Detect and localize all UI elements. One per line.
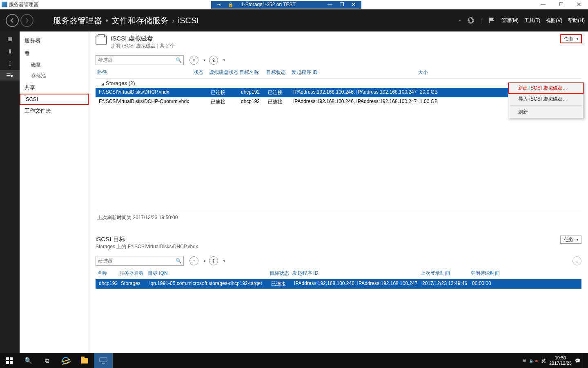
cell-last: 2017/12/23 13:49:46 — [422, 280, 472, 287]
col-tstatus[interactable]: 目标状态 — [266, 69, 292, 76]
cell-size: 1.00 GB — [420, 99, 444, 105]
col-status[interactable]: 状态 — [194, 69, 209, 76]
table-row[interactable]: dhcp192 Storages iqn.1991-05.com.microso… — [96, 279, 581, 289]
tcol-tstat[interactable]: 目标状态 — [270, 270, 292, 277]
rail-disks-icon[interactable]: ▯ — [0, 58, 20, 68]
cell-path: F:\iSCSIVirtualDisks\DHCP.vhdx — [97, 89, 195, 96]
refresh-icon[interactable] — [466, 16, 476, 25]
vm-label: 1-Storage1-252 on TEST — [241, 2, 296, 7]
filter-options-button[interactable]: ≡ — [189, 56, 198, 65]
show-desktop-button[interactable] — [584, 353, 586, 368]
sidebar-item-volumes[interactable]: 卷 — [20, 47, 89, 59]
taskbar-clock[interactable]: 19:50 2017/12/23 — [549, 355, 572, 366]
cell-vstatus: 已连接 — [211, 89, 241, 96]
search-button[interactable]: 🔍 — [19, 353, 38, 368]
tcol-srv[interactable]: 服务器名称 — [119, 270, 148, 277]
task-view-button[interactable]: ⧉ — [38, 353, 56, 368]
col-vstatus[interactable]: 虚拟磁盘状态 — [209, 69, 239, 76]
tray-ime[interactable]: 英 — [541, 358, 546, 364]
svg-rect-1 — [100, 358, 107, 362]
disks-filter-input[interactable]: 🔍 — [96, 55, 184, 65]
disks-tasks-button[interactable]: 任务 — [560, 35, 581, 43]
vm-min-icon[interactable]: — — [327, 2, 332, 7]
window-maximize-button[interactable]: ☐ — [552, 0, 570, 9]
search-icon[interactable]: 🔍 — [176, 57, 182, 63]
cell-name: dhcp192 — [97, 280, 121, 287]
sidebar-item-pools[interactable]: 存储池 — [20, 70, 89, 81]
dropdown-chevron-icon[interactable]: ▾ — [459, 18, 461, 22]
col-size[interactable]: 大小 — [418, 69, 443, 76]
menu-view[interactable]: 视图(V) — [546, 17, 562, 24]
collapse-arrow-icon[interactable]: ◢ — [101, 82, 104, 86]
targets-subtitle: Storages 上的 F:\iSCSIVirtualDisks\DHCP.vh… — [96, 243, 198, 250]
breadcrumb-section[interactable]: 文件和存储服务 — [111, 15, 169, 26]
menu-tools[interactable]: 工具(T) — [524, 17, 540, 24]
menu-manage[interactable]: 管理(M) — [501, 17, 519, 24]
tcol-iqn[interactable]: 目标 IQN — [148, 270, 270, 277]
tray-volume-icon[interactable]: 🔈✖ — [529, 358, 538, 364]
sidebar-item-servers[interactable]: 服务器 — [20, 35, 89, 47]
nav-back-button[interactable] — [6, 14, 19, 27]
view-options-button[interactable]: ⦿ — [209, 256, 218, 265]
sidebar-item-disks[interactable]: 磁盘 — [20, 59, 89, 70]
clock-date: 2017/12/23 — [549, 361, 572, 366]
pin-icon[interactable]: ⇥ — [217, 2, 220, 7]
rail-storage-icon[interactable]: ☰▸ — [0, 70, 20, 81]
filter-options-button[interactable]: ≡ — [189, 256, 198, 265]
app-icon — [2, 2, 7, 7]
menu-refresh[interactable]: 刷新 — [508, 107, 584, 118]
window-close-button[interactable]: ✕ — [570, 0, 588, 9]
tray-network-icon[interactable]: 🖥 — [521, 358, 526, 363]
col-iid[interactable]: 发起程序 ID — [292, 69, 418, 76]
col-path[interactable]: 路径 — [96, 69, 194, 76]
group-label: Storages (2) — [106, 80, 135, 86]
breadcrumb-root[interactable]: 服务器管理器 — [53, 15, 102, 26]
lock-icon[interactable]: 🔒 — [228, 2, 234, 7]
disks-subtitle: 所有 iSCSI 虚拟磁盘 | 共 2 个 — [111, 43, 556, 49]
targets-tasks-button[interactable]: 任务 — [560, 236, 581, 244]
cell-iid: IPAddress:192.168.100.246, IPAddress:192… — [293, 99, 420, 105]
targets-filter-input[interactable]: 🔍 — [96, 256, 184, 266]
tcol-iid[interactable]: 发起程序 ID — [292, 270, 421, 277]
breadcrumb-leaf[interactable]: iSCSI — [178, 16, 199, 25]
search-icon[interactable]: 🔍 — [176, 258, 182, 264]
icon-rail: ▦ ▮ ▯ ☰▸ — [0, 31, 20, 353]
tcol-name[interactable]: 名称 — [96, 270, 119, 277]
col-tname[interactable]: 目标名称 — [239, 69, 266, 76]
vm-connection-bar[interactable]: ⇥ 🔒 1-Storage1-252 on TEST — ❐ ✕ — [211, 1, 361, 9]
collapse-targets-button[interactable]: ⌵ — [572, 256, 581, 265]
server-manager-taskbar-button[interactable] — [94, 353, 113, 368]
taskbar: 🔍 ⧉ 🖥 🔈✖ 英 19:50 2017/12/23 💬 — [0, 353, 588, 368]
menu-import-disk[interactable]: 导入 iSCSI 虚拟磁盘... — [508, 94, 584, 105]
targets-panel: iSCSI 目标 Storages 上的 F:\iSCSIVirtualDisk… — [89, 232, 588, 289]
window-minimize-button[interactable]: — — [534, 0, 552, 9]
start-button[interactable] — [0, 353, 19, 368]
flag-icon[interactable] — [487, 16, 497, 25]
sidebar-item-workfolders[interactable]: 工作文件夹 — [20, 105, 89, 117]
tcol-last[interactable]: 上次登录时间 — [421, 270, 470, 277]
clock-time: 19:50 — [549, 355, 572, 361]
nav-forward-button[interactable] — [20, 14, 33, 27]
vm-close-icon[interactable]: ✕ — [352, 2, 356, 7]
cell-path: F:\iSCSIVirtualDisks\DCHP-Quorum.vhdx — [97, 99, 195, 105]
disks-table-header: 路径 状态 虚拟磁盘状态 目标名称 目标状态 发起程序 ID 大小 — [96, 67, 581, 79]
ie-button[interactable] — [56, 353, 75, 368]
outer-titlebar: 服务器管理器 ⇥ 🔒 1-Storage1-252 on TEST — ❐ ✕ … — [0, 0, 588, 9]
sidebar-item-iscsi[interactable]: iSCSI — [20, 94, 89, 105]
cell-tname: dhcp192 — [241, 89, 268, 96]
cell-idle: 00:00:00 — [472, 280, 509, 287]
tcol-idle[interactable]: 空闲持续时间 — [470, 270, 507, 277]
disks-filter-field[interactable] — [98, 57, 176, 63]
rail-volumes-icon[interactable]: ▮ — [0, 45, 20, 56]
view-options-button[interactable]: ⦿ — [209, 56, 218, 65]
rail-servers-icon[interactable]: ▦ — [0, 33, 20, 44]
header: 服务器管理器 • 文件和存储服务 › iSCSI ▾ | 管理(M) 工具(T)… — [0, 9, 588, 31]
explorer-button[interactable] — [75, 353, 94, 368]
menu-new-disk[interactable]: 新建 iSCSI 虚拟磁盘... — [508, 83, 584, 94]
vm-max-icon[interactable]: ❐ — [340, 2, 344, 7]
cell-status — [195, 89, 211, 96]
tray-notifications-icon[interactable]: 💬 — [575, 358, 581, 364]
sidebar-item-shares[interactable]: 共享 — [20, 81, 89, 94]
menu-help[interactable]: 帮助(H) — [568, 17, 585, 24]
targets-filter-field[interactable] — [98, 258, 176, 264]
